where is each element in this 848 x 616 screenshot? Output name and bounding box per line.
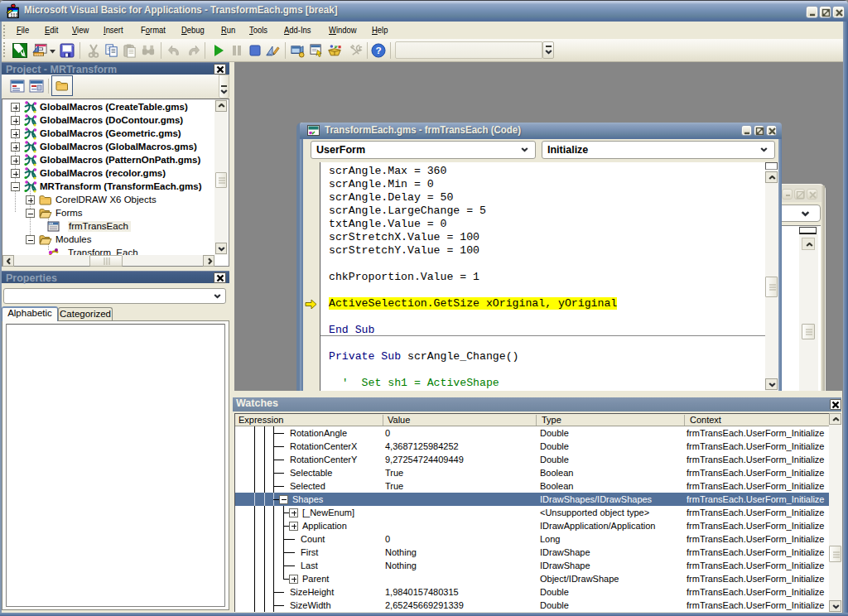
- svg-text:?: ?: [375, 45, 381, 56]
